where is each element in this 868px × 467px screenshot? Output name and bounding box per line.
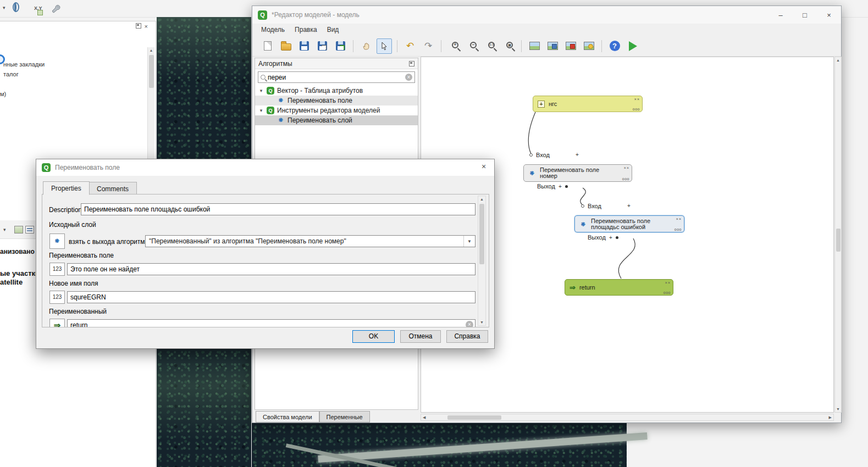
help-button[interactable]: Справка [446, 330, 488, 343]
zoom-out-button[interactable]: − [465, 38, 480, 54]
dialog-scrollbar[interactable]: ▲ ▼ [478, 196, 486, 326]
browser-item[interactable]: нные закладки [3, 61, 45, 68]
coordinate-capture-icon[interactable]: X,Y [34, 5, 42, 11]
port-out-2[interactable]: Выход + [588, 234, 618, 241]
select-tool-button[interactable] [377, 38, 392, 54]
tab-model-properties[interactable]: Свойства модели [256, 411, 319, 422]
browser-item[interactable]: м) [0, 91, 6, 97]
node-buttons-icon[interactable]: ×× [634, 96, 640, 102]
dialog-titlebar[interactable]: Q Переименовать поле [36, 159, 494, 176]
ok-button[interactable]: OK [352, 330, 395, 343]
new-name-input[interactable] [67, 291, 476, 303]
node-output-return[interactable]: ⇒ return ×× ooo [565, 279, 673, 296]
minimize-button[interactable]: – [769, 6, 793, 24]
node-comment-dots-icon[interactable]: ooo [622, 176, 629, 182]
save-model-as-button[interactable] [314, 38, 330, 54]
node-buttons-icon[interactable]: ×× [624, 165, 629, 171]
expander-icon[interactable]: ▾ [258, 108, 264, 113]
description-input[interactable] [81, 203, 476, 215]
editor-titlebar[interactable]: Q *Редактор моделей - модель – □ × [252, 6, 841, 24]
algorithm-source-button[interactable] [49, 234, 65, 249]
clear-value-icon[interactable]: × [466, 321, 473, 327]
save-model-button[interactable] [296, 38, 312, 54]
help-button[interactable]: ? [607, 38, 622, 54]
renamed-output-input[interactable] [67, 319, 476, 327]
integer-field-icon[interactable]: 123 [49, 291, 65, 304]
float-panel-icon[interactable] [409, 61, 414, 66]
scroll-thumb[interactable] [479, 204, 484, 264]
algorithm-search-input[interactable] [268, 74, 403, 81]
layer-item[interactable]: atellite [0, 278, 23, 286]
tab-comments[interactable]: Comments [89, 182, 137, 194]
menu-view[interactable]: Вид [323, 25, 344, 35]
close-button[interactable]: × [817, 6, 841, 24]
export-layout-button[interactable] [545, 38, 560, 54]
node-buttons-icon[interactable]: ×× [676, 216, 682, 222]
zoom-full-button[interactable]: ▣ [501, 38, 516, 54]
tree-group-vector[interactable]: ▾ Q Вектор - Таблица атрибутов [255, 86, 418, 96]
node-comment-dots-icon[interactable]: ooo [675, 226, 682, 232]
tree-item-rename-field[interactable]: Переименовать поле [255, 96, 418, 105]
new-model-button[interactable] [260, 38, 275, 54]
layers-dropdown-icon[interactable]: ▾ [3, 227, 6, 232]
tab-properties[interactable]: Properties [43, 181, 90, 195]
tree-group-modeler-tools[interactable]: ▾ Q Инструменты редактора моделей [255, 105, 418, 115]
scroll-thumb[interactable] [447, 415, 501, 420]
port-expand-icon[interactable]: + [609, 235, 612, 241]
toolbar-overflow-caret-icon[interactable]: ▾ [3, 5, 5, 10]
scroll-up-icon[interactable]: ▲ [148, 48, 154, 52]
export-script-button[interactable] [581, 38, 596, 54]
zoom-actual-button[interactable]: 1:1 [483, 38, 498, 54]
node-input-ngs[interactable]: + нгс ×× ooo [533, 96, 643, 112]
redo-button[interactable]: ↷ [421, 38, 436, 54]
pan-tool-button[interactable] [358, 38, 374, 54]
cancel-button[interactable]: Отмена [400, 330, 441, 343]
port-out-1[interactable]: Выход + [537, 183, 568, 190]
float-panel-icon[interactable] [136, 23, 141, 29]
node-buttons-icon[interactable]: ×× [665, 280, 671, 286]
wrench-icon[interactable] [51, 3, 60, 13]
rename-field-input[interactable] [67, 263, 476, 275]
export-pdf-button[interactable] [563, 38, 578, 54]
menu-edit[interactable]: Правка [290, 25, 322, 35]
tree-item-rename-layer[interactable]: Переименовать слой [255, 115, 418, 125]
maximize-button[interactable]: □ [793, 6, 817, 24]
layers-icon[interactable] [14, 226, 23, 234]
expander-icon[interactable]: ▾ [258, 88, 264, 93]
node-comment-dots-icon[interactable]: ooo [664, 290, 671, 296]
port-expand-1[interactable]: + [576, 152, 579, 158]
dialog-close-icon[interactable]: × [478, 162, 490, 173]
node-comment-dots-icon[interactable]: ooo [633, 106, 640, 112]
scroll-down-icon[interactable]: ▼ [478, 320, 485, 324]
integer-field-icon[interactable]: 123 [49, 263, 65, 276]
save-model-in-project-button[interactable] [333, 38, 348, 54]
node-rename-field-area-selected[interactable]: Переименовать полеплощадьс ошибкой ×× oo… [574, 215, 684, 232]
filter-legend-icon[interactable] [25, 226, 34, 234]
tab-variables[interactable]: Переменные [319, 411, 370, 422]
scroll-up-icon[interactable]: ▲ [835, 58, 841, 62]
source-value-combobox[interactable]: "Переименованный" из алгоритма "Переимен… [145, 235, 476, 247]
port-expand-2[interactable]: + [627, 203, 631, 209]
clear-search-icon[interactable]: × [405, 74, 412, 81]
port-in-2[interactable]: Вход [581, 203, 601, 209]
canvas-horizontal-scrollbar[interactable]: ◀ ▶ [421, 414, 834, 421]
menu-model[interactable]: Модель [257, 25, 289, 35]
port-in-1[interactable]: Вход [529, 152, 550, 158]
scroll-thumb[interactable] [149, 55, 154, 88]
port-expand-icon[interactable]: + [559, 184, 562, 190]
undo-button[interactable]: ↶ [402, 38, 418, 54]
close-panel-icon[interactable]: × [145, 23, 148, 30]
globe-icon[interactable] [14, 2, 16, 12]
scroll-right-icon[interactable]: ▶ [829, 415, 832, 420]
browser-item[interactable]: талог [3, 71, 19, 77]
renamed-output-button[interactable]: ⇒ [49, 319, 65, 327]
node-rename-field-number[interactable]: Переименовать поленомер ×× ooo [523, 164, 632, 182]
scroll-left-icon[interactable]: ◀ [423, 415, 425, 420]
scroll-thumb[interactable] [836, 229, 841, 252]
export-image-button[interactable] [527, 38, 542, 54]
canvas-vertical-scrollbar[interactable]: ▲ ▼ [834, 57, 842, 413]
run-model-button[interactable] [625, 38, 640, 54]
open-model-button[interactable] [278, 38, 294, 54]
scroll-up-icon[interactable]: ▲ [478, 197, 485, 201]
scroll-down-icon[interactable]: ▼ [835, 407, 841, 411]
